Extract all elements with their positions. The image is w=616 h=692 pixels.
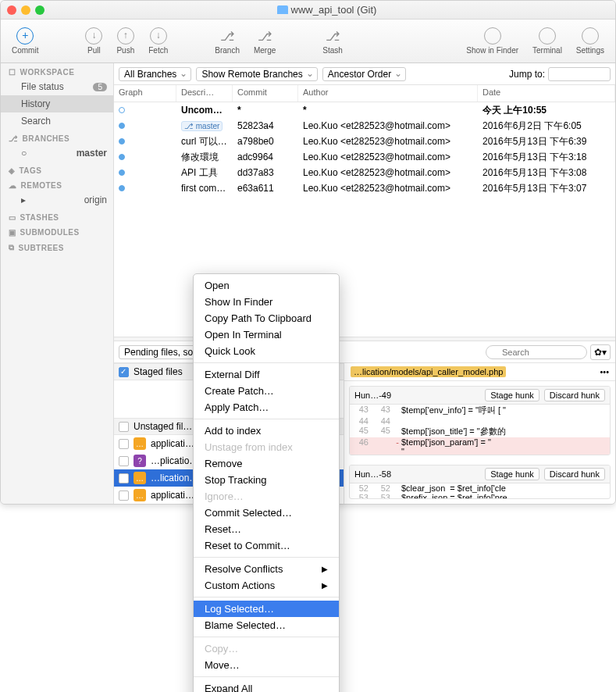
- terminal-button[interactable]: Terminal: [526, 24, 568, 58]
- col-graph[interactable]: Graph: [114, 85, 176, 102]
- diff-more-button[interactable]: •••: [600, 367, 609, 376]
- stash-button[interactable]: Stash: [316, 24, 349, 58]
- menu-open-terminal[interactable]: Open In Terminal: [194, 326, 339, 343]
- menu-blame-selected[interactable]: Blame Selected…: [194, 617, 339, 633]
- hunk-2: Hun…-58 Stage hunk Discard hunk 5252$cle…: [349, 465, 611, 499]
- menu-resolve-conflicts[interactable]: Resolve Conflicts▶: [194, 561, 339, 577]
- diff-line[interactable]: 4444: [350, 416, 610, 426]
- sidebar-master[interactable]: ○ master: [1, 144, 113, 162]
- sidebar-file-status[interactable]: File status5: [1, 78, 113, 95]
- col-date[interactable]: Date: [478, 85, 615, 102]
- branch-button[interactable]: Branch: [208, 24, 246, 58]
- show-finder-button[interactable]: Show in Finder: [460, 24, 525, 58]
- discard-hunk-1[interactable]: Discard hunk: [544, 389, 605, 401]
- menu-copy-path[interactable]: Copy Path To Clipboard: [194, 310, 339, 326]
- order-filter[interactable]: Ancestor Order: [322, 67, 406, 81]
- diff-line[interactable]: 4545$temp['json_title'] = "參數的: [350, 426, 610, 437]
- menu-reset[interactable]: Reset…: [194, 521, 339, 537]
- file-name: applicati…: [151, 490, 194, 501]
- settings-menu-button[interactable]: ✿▾: [590, 344, 611, 360]
- branches-section: ⎇ BRANCHES: [1, 130, 113, 144]
- menu-custom-actions[interactable]: Custom Actions▶: [194, 577, 339, 594]
- menu-quick-look[interactable]: Quick Look: [194, 343, 339, 359]
- staged-checkbox[interactable]: [119, 367, 129, 377]
- commit-row[interactable]: ⎇ master52823a4Leo.Kuo <et282523@hotmail…: [114, 118, 615, 134]
- diff-line[interactable]: 5252$clear_json = $ret_info['cle: [350, 483, 610, 493]
- col-desc[interactable]: Descri…: [176, 85, 233, 102]
- col-commit[interactable]: Commit: [233, 85, 298, 102]
- diff-header: …lication/models/api_caller_model.php ••…: [344, 363, 615, 381]
- file-bar: Pending files, sorted by path ≡ ✿▾: [114, 341, 615, 363]
- file-status-icon: ?: [134, 455, 146, 467]
- minimize-button[interactable]: [21, 5, 30, 15]
- branch-filter[interactable]: All Branches: [119, 67, 191, 81]
- chevron-right-icon: ▶: [322, 581, 328, 590]
- sidebar-origin[interactable]: ▸ origin: [1, 191, 113, 209]
- menu-stop-tracking[interactable]: Stop Tracking: [194, 472, 339, 488]
- commit-button[interactable]: Commit: [5, 24, 45, 58]
- submodules-section: ▣ SUBMODULES: [1, 223, 113, 238]
- file-status-icon: …: [134, 437, 146, 450]
- folder-icon: [277, 5, 288, 14]
- jump-input[interactable]: [548, 67, 611, 81]
- commit-row[interactable]: first com…e63a611Leo.Kuo <et282523@hotma…: [114, 180, 615, 196]
- commit-row[interactable]: API 工具dd37a83Leo.Kuo <et282523@hotmail.c…: [114, 165, 615, 180]
- file-name: applicati…: [151, 438, 194, 449]
- file-checkbox[interactable]: [119, 473, 129, 483]
- push-button[interactable]: Push: [110, 24, 141, 58]
- menu-open[interactable]: Open: [194, 277, 339, 294]
- menu-log-selected[interactable]: Log Selected…: [194, 601, 339, 617]
- remotes-section: ☁ REMOTES: [1, 177, 113, 191]
- menu-move[interactable]: Move…: [194, 657, 339, 673]
- titlebar: www_api_tool (Git): [1, 1, 615, 20]
- file-checkbox[interactable]: [119, 439, 129, 449]
- stage-hunk-2[interactable]: Stage hunk: [485, 468, 539, 480]
- discard-hunk-2[interactable]: Discard hunk: [544, 468, 605, 480]
- menu-apply-patch[interactable]: Apply Patch…: [194, 399, 339, 416]
- hunk-1: Hun…-49 Stage hunk Discard hunk 4343$tem…: [349, 386, 611, 455]
- down-icon: [85, 27, 102, 45]
- finder-icon: [484, 27, 501, 45]
- menu-commit-selected[interactable]: Commit Selected…: [194, 505, 339, 521]
- diff-line[interactable]: 5353$prefix_json = $ret_info['pre: [350, 493, 610, 499]
- menu-expand-all[interactable]: Expand All: [194, 680, 339, 692]
- main-panel: All Branches Show Remote Branches Ancest…: [114, 63, 615, 504]
- merge-button[interactable]: Merge: [247, 24, 282, 58]
- commit-columns: Graph Descri… Commit Author Date: [114, 85, 615, 102]
- unstaged-checkbox[interactable]: [119, 422, 129, 432]
- sidebar-history[interactable]: History: [1, 95, 113, 112]
- workspace-section: ☐ WORKSPACE: [1, 63, 113, 78]
- file-search-input[interactable]: [486, 345, 587, 359]
- stage-hunk-1[interactable]: Stage hunk: [485, 389, 539, 401]
- sidebar: ☐ WORKSPACE File status5 History Search …: [1, 63, 114, 504]
- file-checkbox[interactable]: [119, 490, 129, 501]
- menu-reset-commit[interactable]: Reset to Commit…: [194, 537, 339, 554]
- gear-icon: [582, 27, 599, 45]
- menu-remove[interactable]: Remove: [194, 455, 339, 472]
- zoom-button[interactable]: [35, 5, 45, 15]
- commit-row[interactable]: curl 可以…a798be0Leo.Kuo <et282523@hotmail…: [114, 134, 615, 149]
- remote-filter[interactable]: Show Remote Branches: [196, 67, 317, 81]
- menu-ignore: Ignore…: [194, 488, 339, 505]
- fetch-icon: [150, 27, 167, 45]
- window-title: www_api_tool (Git): [45, 4, 609, 16]
- menu-create-patch[interactable]: Create Patch…: [194, 383, 339, 399]
- toolbar: Commit Pull Push Fetch Branch Merge Stas…: [1, 20, 615, 63]
- file-status-icon: …: [134, 489, 146, 501]
- commit-row[interactable]: 修改環境adc9964Leo.Kuo <et282523@hotmail.com…: [114, 149, 615, 165]
- menu-add-index[interactable]: Add to index: [194, 423, 339, 439]
- fetch-button[interactable]: Fetch: [142, 24, 174, 58]
- settings-button[interactable]: Settings: [570, 24, 611, 58]
- sidebar-search[interactable]: Search: [1, 112, 113, 130]
- menu-show-finder[interactable]: Show In Finder: [194, 294, 339, 310]
- close-button[interactable]: [7, 5, 16, 15]
- diff-line[interactable]: 4343$temp['env_info'] = "呼叫 [ ": [350, 405, 610, 416]
- commit-row[interactable]: Uncom…**今天 上午10:55: [114, 102, 615, 118]
- menu-external-diff[interactable]: External Diff: [194, 366, 339, 383]
- col-author[interactable]: Author: [298, 85, 478, 102]
- jump-label: Jump to:: [509, 69, 545, 80]
- chevron-right-icon: ▶: [322, 565, 328, 573]
- diff-line[interactable]: 46-$temp['json_param'] = "": [350, 437, 610, 455]
- file-checkbox[interactable]: [119, 456, 129, 466]
- pull-button[interactable]: Pull: [79, 24, 109, 58]
